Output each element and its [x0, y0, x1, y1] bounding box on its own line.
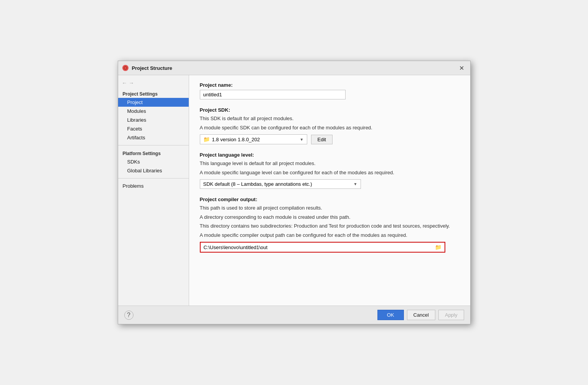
sidebar: ← → Project Settings Project Modules Lib…: [118, 75, 189, 306]
language-desc1: This language level is default for all p…: [200, 160, 460, 167]
project-structure-dialog: Project Structure ✕ ← → Project Settings…: [118, 61, 471, 324]
sdk-folder-icon: 📁: [203, 136, 210, 142]
sidebar-item-facets[interactable]: Facets: [118, 124, 189, 133]
sdk-desc1: This SDK is default for all project modu…: [200, 115, 460, 122]
close-button[interactable]: ✕: [457, 63, 466, 73]
ok-button[interactable]: OK: [377, 310, 404, 320]
forward-arrow-icon[interactable]: →: [129, 80, 134, 86]
svg-point-2: [124, 67, 126, 69]
sdk-desc2: A module specific SDK can be configured …: [200, 124, 460, 132]
language-level-section: Project language level: This language le…: [200, 152, 460, 189]
compiler-output-section: Project compiler output: This path is us…: [200, 197, 460, 253]
edit-sdk-button[interactable]: Edit: [311, 135, 333, 144]
compiler-output-field: 📁: [200, 242, 445, 253]
help-button[interactable]: ?: [124, 311, 133, 320]
project-name-section: Project name:: [200, 82, 460, 99]
compiler-desc1: This path is used to store all project c…: [200, 204, 460, 212]
sidebar-item-sdks[interactable]: SDKs: [118, 157, 189, 166]
dialog-body: ← → Project Settings Project Modules Lib…: [118, 75, 470, 306]
cancel-button[interactable]: Cancel: [407, 310, 435, 320]
folder-browse-icon[interactable]: 📁: [435, 244, 441, 250]
compiler-desc3: This directory contains two subdirectori…: [200, 222, 460, 230]
compiler-desc4: A module specific compiler output path c…: [200, 231, 460, 239]
content-area: Project name: Project SDK: This SDK is d…: [189, 75, 470, 306]
compiler-desc2: A directory corresponding to each module…: [200, 213, 460, 221]
project-name-input[interactable]: [200, 90, 346, 99]
platform-settings-label: Platform Settings: [118, 149, 189, 157]
dialog-title: Project Structure: [132, 65, 457, 71]
nav-back-forward: ← →: [118, 78, 189, 88]
sidebar-item-project[interactable]: Project: [118, 98, 189, 107]
language-level-label: Project language level:: [200, 152, 460, 158]
dialog-footer: ? OK Cancel Apply: [118, 306, 470, 324]
app-icon: [122, 64, 129, 71]
sdk-row: 📁 1.8 version 1.8.0_202 ▼ Edit: [200, 134, 460, 144]
sidebar-item-modules[interactable]: Modules: [118, 107, 189, 116]
compiler-output-label: Project compiler output:: [200, 197, 460, 202]
language-dropdown-arrow-icon: ▼: [354, 182, 357, 186]
sidebar-item-artifacts[interactable]: Artifacts: [118, 133, 189, 142]
apply-button[interactable]: Apply: [438, 310, 464, 320]
compiler-output-input[interactable]: [204, 245, 433, 250]
language-desc2: A module specific language level can be …: [200, 169, 460, 177]
sdk-dropdown-value: 1.8 version 1.8.0_202: [212, 137, 260, 142]
sidebar-item-problems[interactable]: Problems: [118, 182, 189, 190]
sdk-dropdown[interactable]: 📁 1.8 version 1.8.0_202 ▼: [200, 134, 307, 144]
sidebar-item-libraries[interactable]: Libraries: [118, 116, 189, 124]
sidebar-item-global-libraries[interactable]: Global Libraries: [118, 166, 189, 175]
project-sdk-section: Project SDK: This SDK is default for all…: [200, 107, 460, 144]
language-dropdown-value: SDK default (8 – Lambdas, type annotatio…: [203, 181, 312, 187]
project-settings-label: Project Settings: [118, 89, 189, 98]
sdk-dropdown-arrow-icon: ▼: [300, 137, 304, 142]
title-bar: Project Structure ✕: [118, 61, 470, 75]
project-name-label: Project name:: [200, 82, 460, 88]
language-dropdown[interactable]: SDK default (8 – Lambdas, type annotatio…: [200, 179, 361, 189]
back-arrow-icon[interactable]: ←: [122, 80, 127, 86]
project-sdk-label: Project SDK:: [200, 107, 460, 113]
